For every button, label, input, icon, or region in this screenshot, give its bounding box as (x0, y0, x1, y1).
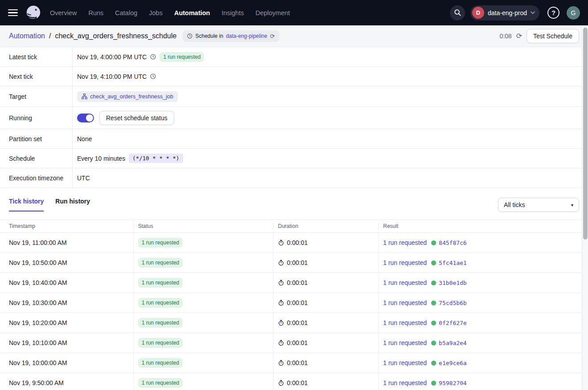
status-badge: 1 run requested (138, 338, 183, 348)
job-graph-icon (82, 93, 87, 99)
schedule-badge-prefix: Schedule in (195, 33, 223, 39)
tick-duration: 0:00:01 (287, 239, 308, 246)
run-requested-link[interactable]: 1 run requested (383, 239, 427, 246)
status-badge: 1 run requested (138, 258, 183, 268)
nav-right-cluster: D data-eng-prod ? G (450, 5, 580, 20)
header-actions: 0:08 ⟳ Test Schedule (499, 29, 579, 43)
nav-item-overview[interactable]: Overview (50, 9, 77, 16)
run-requested-link[interactable]: 1 run requested (383, 299, 427, 306)
tick-duration: 0:00:01 (287, 279, 308, 286)
tab-tick-history[interactable]: Tick history (9, 198, 44, 211)
hamburger-menu-icon[interactable] (8, 9, 18, 16)
run-status-dot (431, 301, 436, 305)
vertical-scrollbar-track[interactable] (582, 25, 588, 390)
history-tabs-section: Tick history Run history All ticks ▾ (0, 188, 588, 219)
page-header: Automation / check_avg_orders_freshness_… (0, 25, 588, 47)
detail-label: Running (0, 107, 73, 129)
deployment-switcher[interactable]: D data-eng-prod (470, 5, 539, 20)
tick-duration: 0:00:01 (287, 339, 308, 346)
tick-timestamp: Nov 19, 11:00:00 AM (0, 233, 134, 252)
stopwatch-icon (278, 320, 284, 326)
run-id-link[interactable]: 845f87c6 (439, 240, 467, 246)
deployment-initial-badge: D (472, 7, 484, 19)
stopwatch-icon (278, 340, 284, 346)
detail-label: Schedule (0, 149, 73, 168)
schedule-location-badge: Schedule in data-eng-pipeline ⟳ (183, 30, 279, 42)
nav-item-insights[interactable]: Insights (221, 9, 244, 16)
help-icon[interactable]: ? (547, 7, 559, 19)
test-schedule-button[interactable]: Test Schedule (527, 29, 579, 43)
run-status-dot (431, 381, 436, 386)
primary-nav-links: Overview Runs Catalog Jobs Automation In… (50, 9, 290, 16)
reset-schedule-status-button[interactable]: Reset schedule status (99, 111, 174, 125)
search-button[interactable] (450, 5, 465, 20)
tick-duration: 0:00:01 (287, 379, 308, 386)
detail-row-target: Target check_avg_orders_freshness_job (0, 86, 588, 107)
tab-run-history[interactable]: Run history (55, 198, 90, 211)
run-status-dot (431, 361, 436, 366)
detail-label: Partition set (0, 129, 73, 148)
run-id-link[interactable]: 95982704 (439, 380, 467, 386)
target-job-link[interactable]: check_avg_orders_freshness_job (77, 91, 178, 102)
cron-expression-badge: (*/10 * * * *) (129, 154, 183, 163)
page-title: check_avg_orders_freshness_schdule (55, 32, 176, 40)
table-row: Nov 19, 10:10:00 AM 1 run requested 0:00… (0, 333, 588, 353)
reload-location-icon[interactable]: ⟳ (270, 33, 275, 39)
run-id-link[interactable]: 5fc41ae1 (439, 260, 467, 266)
run-requested-link[interactable]: 1 run requested (383, 259, 427, 266)
tick-duration: 0:00:01 (287, 259, 308, 266)
search-icon (454, 9, 461, 16)
nav-item-catalog[interactable]: Catalog (115, 9, 137, 16)
code-location-link[interactable]: data-eng-pipeline (226, 33, 267, 39)
run-requested-link[interactable]: 1 run requested (383, 279, 427, 286)
latest-tick-time: Nov 19, 4:00:00 PM UTC (77, 53, 147, 61)
detail-row-timezone: Execution timezone UTC (0, 168, 588, 188)
tick-timestamp: Nov 19, 10:50:00 AM (0, 253, 134, 272)
tick-history-table: Timestamp Status Duration Result Nov 19,… (0, 219, 588, 390)
avatar[interactable]: G (567, 6, 580, 20)
run-id-link[interactable]: e1e9ce6a (439, 360, 467, 366)
schedule-interval-text: Every 10 minutes (77, 155, 125, 162)
dagster-logo-icon[interactable] (25, 4, 42, 21)
nav-item-runs[interactable]: Runs (88, 9, 103, 16)
run-status-dot (431, 280, 436, 285)
detail-label: Target (0, 86, 73, 106)
run-id-link[interactable]: 75cd5b6b (439, 300, 467, 306)
select-caret-icon: ▾ (571, 203, 573, 207)
tick-duration: 0:00:01 (287, 319, 308, 326)
running-toggle[interactable] (77, 114, 94, 122)
tick-timestamp: Nov 19, 10:30:00 AM (0, 293, 134, 313)
latest-tick-status-badge: 1 run requested (159, 52, 204, 62)
vertical-scrollbar-thumb[interactable] (583, 28, 588, 240)
header-duration: Duration (274, 223, 379, 229)
run-requested-link[interactable]: 1 run requested (383, 359, 427, 366)
timezone-value: UTC (77, 175, 90, 182)
stopwatch-icon (278, 300, 284, 306)
refresh-countdown: 0:08 (499, 32, 511, 40)
clock-icon (187, 33, 192, 39)
status-badge: 1 run requested (138, 318, 183, 328)
status-badge: 1 run requested (138, 358, 183, 368)
tick-filter-selected-value: All ticks (504, 201, 525, 208)
nav-item-deployment[interactable]: Deployment (255, 9, 290, 16)
nav-item-automation[interactable]: Automation (174, 9, 210, 16)
refresh-icon[interactable]: ⟳ (516, 32, 522, 40)
detail-row-schedule: Schedule Every 10 minutes (*/10 * * * *) (0, 149, 588, 168)
run-requested-link[interactable]: 1 run requested (383, 379, 427, 386)
table-row: Nov 19, 9:50:00 AM 1 run requested 0:00:… (0, 373, 588, 390)
table-row: Nov 19, 10:00:00 AM 1 run requested 0:00… (0, 353, 588, 373)
breadcrumb-automation-link[interactable]: Automation (9, 32, 45, 40)
detail-row-partition-set: Partition set None (0, 129, 588, 149)
detail-label: Latest tick (0, 47, 73, 66)
tick-filter-select[interactable]: All ticks ▾ (498, 198, 579, 212)
schedule-details: Latest tick Nov 19, 4:00:00 PM UTC 1 run… (0, 47, 588, 188)
nav-item-jobs[interactable]: Jobs (149, 9, 163, 16)
header-status: Status (134, 223, 274, 229)
run-id-link[interactable]: 0f2f627e (439, 320, 467, 326)
run-requested-link[interactable]: 1 run requested (383, 339, 427, 346)
tick-timestamp: Nov 19, 9:50:00 AM (0, 373, 134, 390)
run-id-link[interactable]: 31b0e1db (439, 280, 467, 286)
run-id-link[interactable]: b5a9a2e4 (439, 340, 467, 346)
detail-label: Execution timezone (0, 168, 73, 187)
run-requested-link[interactable]: 1 run requested (383, 319, 427, 326)
